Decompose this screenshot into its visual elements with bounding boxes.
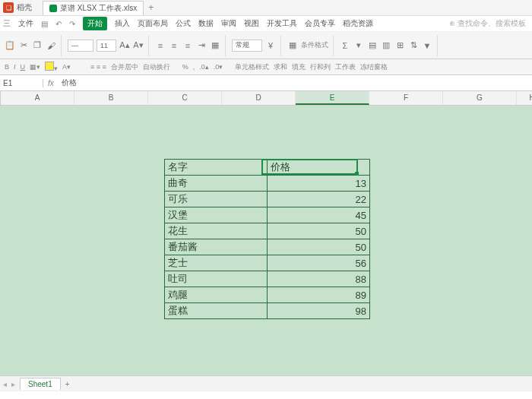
dec-inc-icon[interactable]: .0▴: [199, 63, 209, 71]
font-color-icon[interactable]: A▾: [62, 63, 71, 71]
fill-icon[interactable]: ▾: [353, 40, 364, 51]
add-sheet-button[interactable]: +: [65, 380, 70, 388]
cell[interactable]: 吐司: [165, 271, 268, 287]
menu-item-view[interactable]: 视图: [244, 18, 259, 29]
cell-header-name[interactable]: 名字: [165, 160, 268, 176]
decrease-font-icon[interactable]: A▾: [133, 40, 144, 51]
menu-item-pagelayout[interactable]: 页面布局: [138, 18, 168, 29]
menu-item-insert[interactable]: 插入: [115, 18, 130, 29]
filter-icon[interactable]: ▼: [422, 40, 432, 51]
cell[interactable]: 番茄酱: [165, 239, 268, 255]
cell[interactable]: 芝士: [165, 255, 268, 271]
freeze-icon[interactable]: ⊞: [394, 40, 405, 51]
worksheet-icon[interactable]: ▥: [381, 40, 391, 51]
merge-label[interactable]: 合并居中: [111, 62, 138, 72]
cond-format-icon[interactable]: ▦: [287, 40, 298, 51]
search-box[interactable]: ⊕ 查找命令、搜索模板: [449, 18, 526, 29]
menu-item-devtools[interactable]: 开发工具: [267, 18, 297, 29]
sheet-tab[interactable]: Sheet1: [20, 378, 61, 390]
formula-input[interactable]: 价格: [59, 78, 532, 88]
cond-format-label[interactable]: 条件格式: [301, 40, 328, 50]
indent-icon[interactable]: ⇥: [196, 40, 207, 51]
name-box[interactable]: E1: [0, 79, 43, 87]
bold-icon[interactable]: B: [5, 63, 9, 71]
number-group: 常规 ¥: [232, 35, 281, 56]
paste-icon[interactable]: 📋: [5, 40, 15, 51]
cell[interactable]: 鸡腿: [165, 287, 268, 303]
cut-icon[interactable]: ✂: [18, 40, 29, 51]
undo-icon[interactable]: ↶: [55, 20, 62, 28]
new-tab-button[interactable]: +: [148, 2, 154, 13]
comma-icon[interactable]: ,: [193, 63, 195, 71]
cell[interactable]: 可乐: [165, 192, 268, 207]
fill-label[interactable]: 填充: [292, 62, 306, 72]
cell[interactable]: 花生: [165, 223, 268, 239]
styles-group: ▦ 条件格式: [287, 35, 334, 56]
cell[interactable]: 45: [268, 207, 370, 223]
table-row: 蛋糕98: [165, 303, 370, 319]
cell[interactable]: 50: [268, 239, 370, 255]
cell[interactable]: 50: [268, 223, 370, 239]
cell[interactable]: 汉堡: [165, 207, 268, 223]
col-H[interactable]: H: [517, 91, 532, 105]
cell[interactable]: 蛋糕: [165, 303, 268, 319]
col-F[interactable]: F: [369, 91, 443, 105]
col-B[interactable]: B: [74, 91, 148, 105]
cell[interactable]: 98: [268, 303, 370, 319]
menu-item-hamburger[interactable]: 三: [3, 18, 11, 29]
align-mid-icon[interactable]: ≡: [169, 40, 179, 51]
col-C[interactable]: C: [148, 91, 222, 105]
grid-body[interactable]: 名字 价格 曲奇13 可乐22 汉堡45 花生50 番茄酱50 芝士56 吐司8…: [0, 106, 532, 391]
fill-color-icon[interactable]: ▾: [45, 62, 58, 72]
increase-font-icon[interactable]: A▴: [119, 40, 130, 51]
align-top-icon[interactable]: ≡: [155, 40, 166, 51]
menu-item-review[interactable]: 审阅: [221, 18, 236, 29]
col-D[interactable]: D: [222, 91, 296, 105]
menu-item-member[interactable]: 会员专享: [305, 18, 335, 29]
row-col-icon[interactable]: ▤: [367, 40, 378, 51]
underline-icon[interactable]: U: [21, 63, 26, 71]
currency-icon[interactable]: ¥: [265, 40, 276, 51]
menu-item-resources[interactable]: 稻壳资源: [343, 18, 373, 29]
menu-item-data[interactable]: 数据: [198, 18, 214, 29]
cell[interactable]: 56: [268, 255, 370, 271]
cell[interactable]: 曲奇: [165, 176, 268, 192]
menu-item-formula[interactable]: 公式: [176, 18, 191, 29]
sum-label[interactable]: 求和: [274, 62, 287, 72]
sheet-nav-next-icon[interactable]: ▸: [11, 380, 15, 388]
ws-label[interactable]: 工作表: [335, 62, 356, 72]
col-A[interactable]: A: [1, 91, 74, 105]
freeze-label[interactable]: 冻结窗格: [360, 62, 388, 72]
cell-header-price[interactable]: 价格: [268, 160, 370, 176]
redo-icon[interactable]: ↷: [69, 20, 75, 28]
italic-icon[interactable]: I: [14, 63, 16, 71]
wrap-label[interactable]: 自动换行: [143, 62, 170, 72]
dec-dec-icon[interactable]: .0▾: [214, 63, 223, 71]
format-painter-icon[interactable]: 🖌: [46, 40, 56, 51]
col-E[interactable]: E: [296, 91, 369, 105]
font-family-select[interactable]: —: [68, 40, 93, 52]
fx-icon[interactable]: fx: [43, 79, 59, 87]
font-size-select[interactable]: 11: [97, 40, 116, 52]
number-format-select[interactable]: 常规: [232, 40, 262, 52]
align-h-icon[interactable]: ≡ ≡ ≡: [90, 63, 106, 71]
col-G[interactable]: G: [443, 91, 517, 105]
border-icon[interactable]: ▦▾: [30, 63, 40, 71]
sort-icon[interactable]: ⇅: [408, 40, 419, 51]
save-icon[interactable]: ▤: [41, 20, 48, 28]
cell[interactable]: 88: [268, 271, 370, 287]
menu-item-home[interactable]: 开始: [83, 17, 107, 30]
document-tab[interactable]: 菜谱 XLSX 工作表.xlsx: [43, 1, 144, 15]
percent-icon[interactable]: %: [182, 63, 188, 71]
merge-icon[interactable]: ▦: [210, 40, 220, 51]
cell[interactable]: 89: [268, 287, 370, 303]
copy-icon[interactable]: ❐: [32, 40, 43, 51]
sheet-nav-prev-icon[interactable]: ◂: [3, 380, 7, 388]
cell[interactable]: 22: [268, 192, 370, 207]
align-left-icon[interactable]: ≡: [182, 40, 193, 51]
sum-icon[interactable]: Σ: [340, 40, 350, 51]
cell[interactable]: 13: [268, 176, 370, 192]
cellfmt-label[interactable]: 单元格样式: [235, 62, 269, 72]
menu-item-file[interactable]: 文件: [18, 18, 33, 29]
rowcol-label[interactable]: 行和列: [310, 62, 331, 72]
